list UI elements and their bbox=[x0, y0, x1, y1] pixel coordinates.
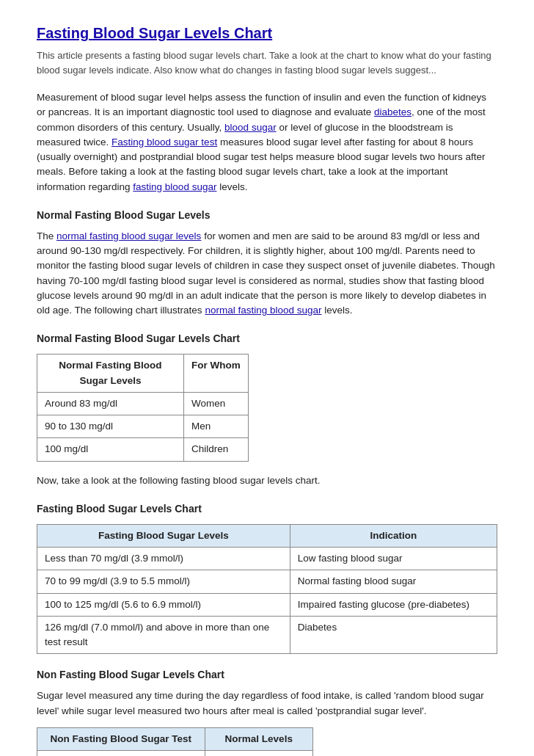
normal-fasting-link2[interactable]: normal fasting blood sugar bbox=[205, 305, 321, 316]
fasting-blood-sugar-test-link[interactable]: Fasting blood sugar test bbox=[111, 137, 217, 148]
table-row: 90 to 130 mg/dl Men bbox=[37, 415, 249, 438]
chart2-row3-level: 100 to 125 mg/dl (5.6 to 6.9 mmol/l) bbox=[37, 593, 290, 616]
chart1-col1-header: Normal Fasting Blood Sugar Levels bbox=[37, 355, 184, 393]
page-subtitle: This article presents a fasting blood su… bbox=[37, 48, 497, 77]
section2-chart-heading: Fasting Blood Sugar Levels Chart bbox=[37, 501, 497, 517]
chart3-col2-header: Normal Levels bbox=[205, 727, 312, 750]
section1-chart-heading: Normal Fasting Blood Sugar Levels Chart bbox=[37, 331, 497, 346]
section1-heading: Normal Fasting Blood Sugar Levels bbox=[37, 208, 497, 223]
fasting-blood-sugar-link[interactable]: fasting blood sugar bbox=[133, 181, 216, 192]
chart2-row2-level: 70 to 99 mg/dl (3.9 to 5.5 mmol/l) bbox=[37, 570, 290, 593]
chart2-row4-indication: Diabetes bbox=[290, 616, 497, 654]
intro-paragraph: Measurement of blood sugar level helps a… bbox=[37, 90, 497, 195]
section1-paragraph: The normal fasting blood sugar levels fo… bbox=[37, 229, 497, 319]
table-row: 126 mg/dl (7.0 mmol/l) and above in more… bbox=[37, 616, 497, 654]
chart1-row2-for-whom: Men bbox=[184, 415, 249, 438]
chart1-row3-level: 100 mg/dl bbox=[37, 438, 184, 461]
chart1-row3-for-whom: Children bbox=[184, 438, 249, 461]
chart2-row1-indication: Low fasting blood sugar bbox=[290, 548, 497, 570]
section3-heading: Non Fasting Blood Sugar Levels Chart bbox=[37, 667, 497, 683]
blood-sugar-link[interactable]: blood sugar bbox=[224, 122, 277, 133]
chart3-col1-header: Non Fasting Blood Sugar Test bbox=[37, 727, 205, 750]
table-row: Random blood sugar test about 70-125 mg/… bbox=[37, 751, 313, 757]
chart1-row1-level: Around 83 mg/dl bbox=[37, 392, 184, 415]
fasting-levels-table: Fasting Blood Sugar Levels Indication Le… bbox=[37, 524, 497, 655]
diabetes-link[interactable]: diabetes bbox=[374, 106, 412, 117]
chart2-col1-header: Fasting Blood Sugar Levels bbox=[37, 524, 290, 547]
normal-fasting-table: Normal Fasting Blood Sugar Levels For Wh… bbox=[37, 354, 249, 461]
chart2-row2-indication: Normal fasting blood sugar bbox=[290, 570, 497, 593]
non-fasting-table: Non Fasting Blood Sugar Test Normal Leve… bbox=[37, 727, 313, 756]
table-row: Around 83 mg/dl Women bbox=[37, 392, 249, 415]
chart3-row1-level: about 70-125 mg/dl bbox=[205, 751, 312, 757]
table-row: 100 to 125 mg/dl (5.6 to 6.9 mmol/l) Imp… bbox=[37, 593, 497, 616]
chart1-col2-header: For Whom bbox=[184, 355, 249, 393]
page-title: Fasting Blood Sugar Levels Chart bbox=[37, 22, 497, 44]
chart2-col2-header: Indication bbox=[290, 524, 497, 547]
section3-paragraph: Sugar level measured any time during the… bbox=[37, 688, 497, 719]
chart3-row1-test: Random blood sugar test bbox=[37, 751, 205, 757]
chart2-row4-level: 126 mg/dl (7.0 mmol/l) and above in more… bbox=[37, 616, 290, 654]
chart1-row1-for-whom: Women bbox=[184, 392, 249, 415]
chart1-row2-level: 90 to 130 mg/dl bbox=[37, 415, 184, 438]
table-row: 70 to 99 mg/dl (3.9 to 5.5 mmol/l) Norma… bbox=[37, 570, 497, 593]
table-row: Less than 70 mg/dl (3.9 mmol/l) Low fast… bbox=[37, 548, 497, 570]
chart2-row3-indication: Impaired fasting glucose (pre-diabetes) bbox=[290, 593, 497, 616]
transition-text: Now, take a look at the following fastin… bbox=[37, 473, 497, 488]
table-row: 100 mg/dl Children bbox=[37, 438, 249, 461]
chart2-row1-level: Less than 70 mg/dl (3.9 mmol/l) bbox=[37, 548, 290, 570]
normal-fasting-link[interactable]: normal fasting blood sugar levels bbox=[56, 230, 201, 241]
